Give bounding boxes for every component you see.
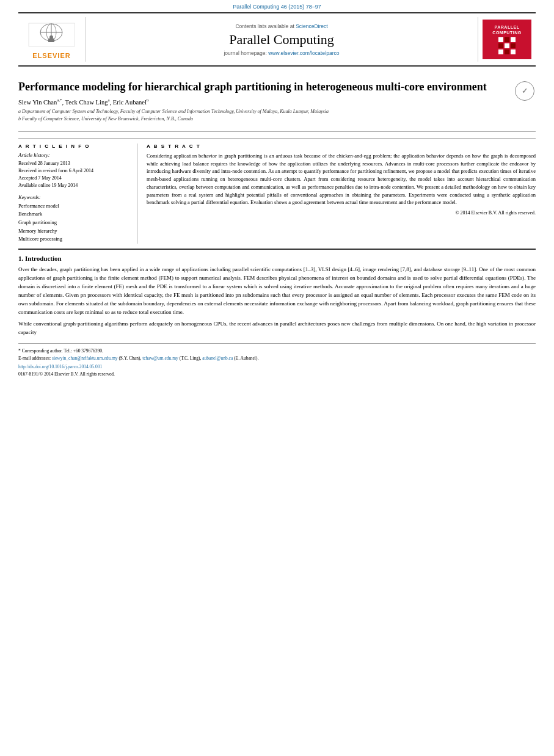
article-info-heading: A R T I C L E I N F O — [18, 144, 129, 149]
article-info-col: A R T I C L E I N F O Article history: R… — [18, 144, 137, 244]
email1[interactable]: siewyin_chan@nrlfaktu.um.edu.my — [52, 355, 118, 361]
affil-1: a Department of Computer System and Tech… — [18, 108, 508, 115]
journal-header: ELSEVIER Contents lists available at Sci… — [18, 12, 536, 67]
sciencedirect-link[interactable]: ScienceDirect — [296, 23, 327, 29]
footer-section: * Corresponding author. Tel.: +60 379676… — [18, 343, 536, 377]
intro-heading: 1. Introduction — [18, 255, 536, 262]
elsevier-logo: ELSEVIER — [18, 17, 86, 62]
author-sup-3: b — [147, 98, 149, 103]
kw-5: Multicore processing — [18, 235, 129, 244]
revised-date: Received in revised form 6 April 2014 — [18, 167, 129, 175]
parallel-computing-logo: PARALLEL COMPUTING — [478, 17, 536, 62]
received-date: Received 28 January 2013 — [18, 160, 129, 167]
affiliations: a Department of Computer System and Tech… — [18, 108, 508, 123]
journal-homepage: journal homepage: www.elsevier.com/locat… — [224, 50, 339, 56]
pc-logo-text1: PARALLEL COMPUTING — [492, 24, 521, 35]
svg-point-6 — [49, 35, 53, 39]
authors-line: Siew Yin Chana,*, Teck Chaw Linga, Eric … — [18, 98, 508, 106]
corresponding-note: * Corresponding author. Tel.: +60 379676… — [18, 347, 536, 354]
page: Parallel Computing 46 (2015) 78–97 ELSEV… — [0, 0, 554, 756]
pc-grid — [498, 37, 516, 54]
affil-2: b Faculty of Computer Science, Universit… — [18, 115, 508, 123]
abstract-copyright: © 2014 Elsevier B.V. All rights reserved… — [147, 210, 536, 216]
kw-2: Benchmark — [18, 210, 129, 219]
doi-link[interactable]: http://dx.doi.org/10.1016/j.parco.2014.0… — [18, 364, 102, 369]
contents-line: Contents lists available at ScienceDirec… — [235, 23, 327, 29]
pc-logo-inner: PARALLEL COMPUTING — [483, 20, 531, 59]
kw-3: Graph partitioning — [18, 219, 129, 227]
abstract-heading: A B S T R A C T — [147, 144, 536, 149]
email2[interactable]: tchaw@um.edu.my — [142, 355, 178, 361]
author-sup-1: a,* — [57, 98, 62, 103]
issn-line: 0167-8191/© 2014 Elsevier B.V. All right… — [18, 371, 536, 377]
email3[interactable]: aubanel@unb.ca — [202, 355, 233, 361]
kw-4: Memory hierarchy — [18, 227, 129, 236]
homepage-url[interactable]: www.elsevier.com/locate/parco — [268, 50, 339, 56]
intro-para1: Over the decades, graph partitioning has… — [18, 266, 536, 317]
keywords-section: Keywords: Performance model Benchmark Gr… — [18, 194, 129, 244]
section-divider — [18, 249, 536, 250]
title-authors-block: Performance modeling for hierarchical gr… — [18, 80, 508, 126]
elsevier-brand: ELSEVIER — [32, 52, 70, 59]
doi-text: Parallel Computing 46 (2015) 78–97 — [233, 4, 321, 10]
available-date: Available online 19 May 2014 — [18, 182, 129, 189]
doi-bar: Parallel Computing 46 (2015) 78–97 — [0, 0, 554, 12]
crossmark-logo[interactable]: ✓ — [514, 80, 536, 102]
journal-center: Contents lists available at ScienceDirec… — [92, 17, 472, 62]
history-label: Article history: — [18, 152, 129, 158]
accepted-date: Accepted 7 May 2014 — [18, 175, 129, 182]
intro-section: 1. Introduction Over the decades, graph … — [18, 255, 536, 338]
abstract-col: A B S T R A C T Considering application … — [147, 144, 536, 244]
article-title-section: Performance modeling for hierarchical gr… — [18, 73, 536, 132]
main-content: Performance modeling for hierarchical gr… — [0, 67, 554, 383]
intro-para2: While conventional graph-partitioning al… — [18, 320, 536, 337]
article-title: Performance modeling for hierarchical gr… — [18, 80, 498, 94]
two-col-layout: A R T I C L E I N F O Article history: R… — [18, 138, 536, 244]
journal-title: Parallel Computing — [229, 32, 334, 48]
doi-footer: http://dx.doi.org/10.1016/j.parco.2014.0… — [18, 363, 536, 370]
abstract-text: Considering application behavior in grap… — [147, 152, 536, 206]
email-line: E-mail addresses: siewyin_chan@nrlfaktu.… — [18, 355, 536, 362]
keywords-label: Keywords: — [18, 194, 129, 200]
crossmark-circle: ✓ — [515, 81, 534, 101]
kw-1: Performance model — [18, 202, 129, 211]
elsevier-logo-svg — [26, 20, 78, 51]
